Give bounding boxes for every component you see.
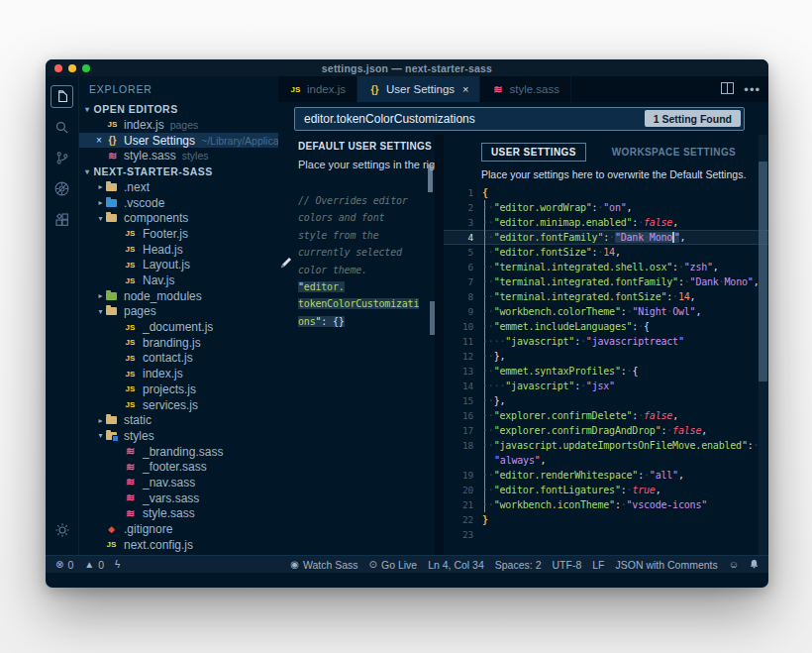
js-icon: JS xyxy=(124,400,137,410)
status-bell[interactable] xyxy=(750,559,759,571)
tree-item-static[interactable]: ▸static xyxy=(79,412,278,428)
folder-icon xyxy=(106,432,117,440)
extensions-icon[interactable] xyxy=(46,204,78,235)
status-flash[interactable]: ϟ xyxy=(115,559,120,570)
tree-item-footer-js[interactable]: JSFooter.js xyxy=(79,226,278,242)
tree-item-label: _document.js xyxy=(143,320,213,334)
open-editors-header[interactable]: ▾ OPEN EDITORS xyxy=(79,101,278,117)
source-control-icon[interactable] xyxy=(46,143,78,173)
default-code-line: colors and font xyxy=(298,209,435,226)
tree-item--gitignore[interactable]: ◆.gitignore xyxy=(79,521,278,537)
tree-item--vscode[interactable]: ▸.vscode xyxy=(79,195,278,211)
tree-item--footer-sass[interactable]: ≋_footer.sass xyxy=(79,459,278,475)
tree-item-package-json[interactable]: package.json xyxy=(79,553,278,555)
watch-icon: ◉ xyxy=(290,559,299,570)
tree-item-node-modules[interactable]: ▸node_modules xyxy=(79,288,278,304)
more-actions-icon[interactable]: ••• xyxy=(744,82,761,97)
status-smiley[interactable]: ☺ xyxy=(729,559,739,570)
default-settings-panel[interactable]: DEFAULT USER SETTINGS Place your setting… xyxy=(278,135,435,555)
code-text: ··"explorer.confirmDelete":·false, xyxy=(482,408,678,423)
tree-item-style-sass[interactable]: ≋style.sass xyxy=(79,506,278,522)
tree-item--next[interactable]: ▸.next xyxy=(79,179,278,195)
tree-item-styles[interactable]: ▾styles xyxy=(79,428,278,444)
minimize-window-button[interactable] xyxy=(68,64,76,72)
debug-icon[interactable] xyxy=(46,173,78,204)
split-editor-icon[interactable] xyxy=(721,80,734,98)
editor-scrollbar-thumb[interactable] xyxy=(759,162,767,381)
status-utf-8[interactable]: UTF-8 xyxy=(552,559,581,571)
settings-search-input[interactable]: editor.tokenColorCustomizations 1 Settin… xyxy=(294,107,745,131)
default-panel-scrollbar-thumb[interactable] xyxy=(430,301,435,335)
tab-style-sass[interactable]: ≋style.sass xyxy=(480,76,571,102)
tree-item--branding-sass[interactable]: ≋_branding.sass xyxy=(79,444,278,460)
tab-user-settings[interactable]: USER SETTINGS xyxy=(481,143,586,162)
code-line: 21··"workbench.iconTheme":·"vscode-icons… xyxy=(444,497,768,512)
status-watch-sass[interactable]: ◉Watch Sass xyxy=(290,559,357,571)
tree-item-index-js[interactable]: JSindex.js xyxy=(79,366,278,381)
sass-icon: ≋ xyxy=(491,83,504,96)
user-settings-panel[interactable]: USER SETTINGSWORKSPACE SETTINGS Place yo… xyxy=(444,135,768,555)
tree-item-contact-js[interactable]: JScontact.js xyxy=(79,351,278,367)
zoom-window-button[interactable] xyxy=(82,64,90,72)
search-icon[interactable] xyxy=(46,112,78,143)
close-icon[interactable]: × xyxy=(96,135,106,146)
sass-icon: ≋ xyxy=(124,461,137,474)
line-number: 11 xyxy=(444,334,482,349)
code-text: ··"emmet.includeLanguages":·{ xyxy=(482,319,650,334)
tree-item-nav-js[interactable]: JSNav.js xyxy=(79,272,278,288)
tree-item-components[interactable]: ▾components xyxy=(79,210,278,226)
default-code-line: tokenColorCustomizati xyxy=(298,295,435,312)
line-number: 19 xyxy=(444,468,482,483)
default-panel-scrollbar[interactable] xyxy=(428,164,433,192)
open-editor-item[interactable]: ×{}User Settings~/Library/Application ..… xyxy=(79,133,278,149)
braces-icon: {} xyxy=(368,84,381,95)
chevron-down-icon: ▾ xyxy=(96,307,105,316)
tree-item-services-js[interactable]: JSservices.js xyxy=(79,397,278,413)
line-number: 13 xyxy=(444,364,482,379)
status-0[interactable]: ⊗0 xyxy=(55,559,73,571)
edit-pencil-icon[interactable] xyxy=(279,256,293,273)
selection-highlight: tokenColorCustomizati xyxy=(298,298,419,309)
status-0[interactable]: ▲0 xyxy=(84,559,104,571)
tree-item--nav-sass[interactable]: ≋_nav.sass xyxy=(79,475,278,490)
js-icon: JS xyxy=(124,245,137,255)
line-number: 23 xyxy=(444,527,482,542)
open-editor-item[interactable]: JSindex.jspages xyxy=(79,117,278,133)
open-editor-item[interactable]: ≋style.sassstyles xyxy=(79,148,278,163)
user-settings-code[interactable]: 1{2··"editor.wordWrap":·"on",3··"editor.… xyxy=(444,185,768,542)
code-text: ··"emmet.syntaxProfiles":·{ xyxy=(482,364,638,379)
status-json-with-comments[interactable]: JSON with Comments xyxy=(616,559,718,571)
tree-item-pages[interactable]: ▾pages xyxy=(79,304,278,320)
line-number xyxy=(444,453,482,468)
code-line: 6··"terminal.integrated.shell.osx":·"zsh… xyxy=(444,260,768,274)
tree-item-label: package.json xyxy=(126,553,196,555)
status-lf[interactable]: LF xyxy=(592,559,604,571)
tree-item-next-config-js[interactable]: JSnext.config.js xyxy=(79,537,278,553)
tab-label: User Settings xyxy=(386,83,455,95)
tree-item--vars-sass[interactable]: ≋_vars.sass xyxy=(79,490,278,506)
tab-workspace-settings[interactable]: WORKSPACE SETTINGS xyxy=(612,147,736,158)
close-window-button[interactable] xyxy=(54,64,62,72)
tree-item-projects-js[interactable]: JSprojects.js xyxy=(79,381,278,397)
status-spaces-2[interactable]: Spaces: 2 xyxy=(495,559,542,571)
tree-item-layout-js[interactable]: JSLayout.js xyxy=(79,258,278,273)
settings-gear-icon[interactable] xyxy=(46,514,78,545)
tree-item--document-js[interactable]: JS_document.js xyxy=(79,319,278,335)
panel-divider[interactable] xyxy=(435,135,444,555)
code-line: 22} xyxy=(444,512,768,527)
close-tab-icon[interactable]: × xyxy=(462,83,468,95)
tab-user-settings[interactable]: {}User Settings× xyxy=(357,76,480,102)
code-line: 10··"emmet.includeLanguages":·{ xyxy=(444,319,768,334)
explorer-title: EXPLORER xyxy=(79,76,278,101)
project-header[interactable]: ▾ NEXT-STARTER-SASS xyxy=(79,163,278,179)
code-text: ··"workbench.colorTheme":·"Night·Owl", xyxy=(482,304,701,319)
folder-icon xyxy=(106,199,117,207)
tree-item-head-js[interactable]: JSHead.js xyxy=(79,242,278,258)
tab-index-js[interactable]: JSindex.js xyxy=(278,76,357,102)
tree-item-branding-js[interactable]: JSbranding.js xyxy=(79,335,278,351)
status-go-live[interactable]: ⊙Go Live xyxy=(369,559,418,571)
warning-icon: ▲ xyxy=(84,559,94,570)
tree-item-label: index.js xyxy=(143,367,183,381)
explorer-icon[interactable] xyxy=(46,81,78,112)
status-ln-4-col-34[interactable]: Ln 4, Col 34 xyxy=(428,559,484,571)
